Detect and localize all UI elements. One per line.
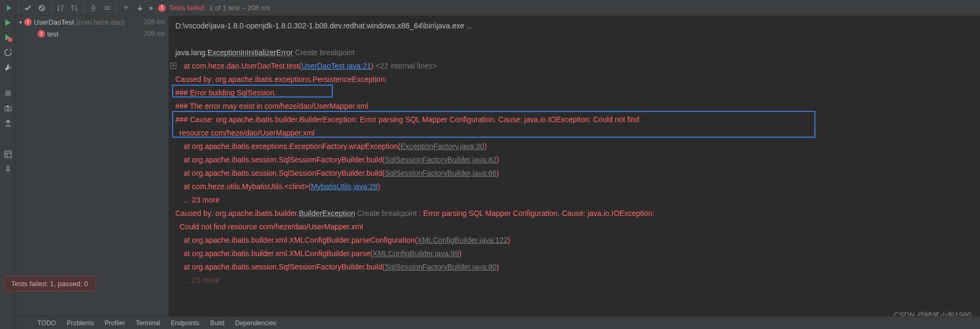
status-counts: 1 of 1 test – 208 ms [209, 4, 270, 12]
test-class-pkg: (com.heze.dao) [76, 18, 124, 26]
check-button[interactable] [21, 2, 34, 14]
more-icon[interactable]: » [149, 4, 153, 12]
tab-endpoints[interactable]: Endpoints [171, 319, 199, 327]
rerun-button[interactable] [3, 2, 16, 14]
pin-icon[interactable] [4, 165, 12, 174]
rerun-failed-icon[interactable] [4, 33, 12, 42]
export-icon[interactable] [4, 119, 12, 128]
run-toolbar: » ! Tests failed: 1 of 1 test – 208 ms [0, 0, 980, 16]
test-status-bar: ! Tests failed: 1 of 1 test – 208 ms [158, 4, 270, 12]
err-msg-line: ### The error may exist in com/heze/dao/… [169, 100, 976, 113]
test-method-name: test [47, 30, 58, 38]
more-line: ... 25 more [169, 274, 976, 287]
src-link[interactable]: SqlSessionFactoryBuilder.java:82 [385, 155, 497, 164]
wrench-icon[interactable] [4, 63, 12, 72]
svg-rect-4 [5, 107, 11, 111]
expand-icon[interactable]: + [170, 63, 176, 69]
chevron-down-icon[interactable]: ▾ [19, 19, 22, 25]
svg-rect-6 [6, 106, 9, 107]
test-method-dur: 208 ms [144, 30, 165, 38]
src-link[interactable]: MybatisUtils.java:28 [311, 182, 378, 191]
exc-line: java.lang.ExceptionInInitializerError Cr… [169, 46, 976, 59]
camera-icon[interactable] [4, 104, 12, 113]
tree-child-row[interactable]: ! test 208 ms [16, 28, 168, 40]
caused-by-line: Caused by: org.apache.ibatis.exceptions.… [169, 73, 976, 86]
caused-by-line: Caused by: org.apache.ibatis.builder.Bui… [169, 207, 976, 220]
error-icon: ! [24, 18, 32, 26]
svg-line-1 [40, 6, 43, 10]
tab-terminal[interactable]: Terminal [136, 319, 160, 327]
err-msg-line: ### Error building SqlSession. [169, 86, 976, 100]
err-msg-line: resource com/heze/dao/UserMapper.xml [169, 126, 976, 140]
layout-icon[interactable] [4, 150, 12, 159]
sort-up-icon[interactable] [68, 2, 81, 14]
status-prefix: Tests failed: [169, 4, 206, 12]
stack-line: at org.apache.ibatis.builder.xml.XMLConf… [169, 247, 976, 260]
src-link[interactable]: SqlSessionFactoryBuilder.java:66 [385, 169, 497, 177]
tree-root-row[interactable]: ▾ ! UserDaoTest (com.heze.dao) 208 ms [16, 16, 168, 28]
stack-line: at org.apache.ibatis.session.SqlSessionF… [169, 153, 976, 167]
src-link[interactable]: XMLConfigBuilder.java:122 [417, 236, 508, 244]
prev-icon[interactable] [120, 2, 132, 14]
collapse-all-icon[interactable] [101, 2, 114, 14]
tab-profiler[interactable]: Profiler [105, 319, 125, 327]
tab-build[interactable]: Build [210, 319, 225, 327]
run-icon[interactable] [4, 18, 12, 27]
stack-line: at com.heze.utils.MybatisUtils.<clinit>(… [169, 180, 976, 193]
toggle-icon[interactable] [4, 48, 12, 57]
stack-line: at org.apache.ibatis.builder.xml.XMLConf… [169, 234, 976, 247]
stack-line: at org.apache.ibatis.exceptions.Exceptio… [169, 140, 976, 153]
error-icon: ! [38, 30, 45, 38]
stack-line: + at com.heze.dao.UserDaoTest.test(UserD… [169, 59, 976, 73]
src-link[interactable]: SqlSessionFactoryBuilder.java:80 [385, 263, 497, 271]
err-msg-line: ### Cause: org.apache.ibatis.builder.Bui… [169, 113, 976, 126]
tab-todo[interactable]: TODO [38, 319, 56, 327]
error-icon: ! [158, 4, 166, 12]
stack-line: at org.apache.ibatis.session.SqlSessionF… [169, 260, 976, 274]
test-class-name: UserDaoTest [34, 18, 74, 26]
svg-point-2 [8, 38, 12, 42]
notification-balloon[interactable]: Tests failed: 1, passed: 0 [3, 276, 96, 291]
svg-rect-3 [5, 91, 11, 96]
stack-line: at org.apache.ibatis.session.SqlSessionF… [169, 167, 976, 180]
src-link[interactable]: UserDaoTest.java:21 [301, 62, 371, 70]
svg-rect-7 [5, 151, 11, 158]
sort-down-icon[interactable] [54, 2, 67, 14]
tab-problems[interactable]: Problems [66, 319, 94, 327]
src-link[interactable]: XMLConfigBuilder.java:99 [373, 249, 459, 258]
svg-point-5 [7, 108, 9, 110]
stop-button[interactable] [35, 2, 48, 14]
more-line: ... 23 more [169, 193, 976, 207]
src-link[interactable]: ExceptionFactory.java:30 [400, 142, 484, 151]
test-class-dur: 208 ms [144, 18, 165, 26]
cmd-line: D:\vscode\java-1.8.0-openjdk-1.8.0.302-1… [169, 19, 976, 33]
console-output[interactable]: D:\vscode\java-1.8.0-openjdk-1.8.0.302-1… [169, 16, 980, 329]
tab-dependencies[interactable]: Dependencies [235, 319, 277, 327]
next-icon[interactable] [133, 2, 146, 14]
expand-all-icon[interactable] [87, 2, 100, 14]
stop-square-icon[interactable] [4, 89, 12, 98]
err-msg-line: Could not find resource com/heze/dao/Use… [169, 220, 976, 234]
bottom-toolwindow-tabs: TODO Problems Profiler Terminal Endpoint… [16, 316, 980, 329]
